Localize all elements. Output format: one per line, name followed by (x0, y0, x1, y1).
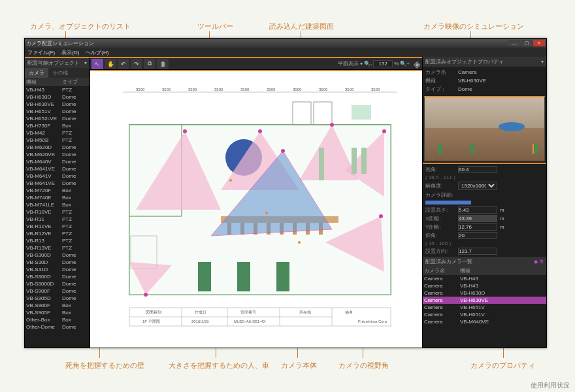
resolution-select[interactable]: 1920x1080 (458, 182, 497, 190)
tool-delete[interactable]: 🗑 (157, 59, 169, 69)
list-item[interactable]: VB-H651VDome (25, 108, 90, 115)
menu-file[interactable]: ファイル(F) (27, 49, 55, 56)
tool-redo[interactable]: ↷ (131, 59, 142, 69)
svg-rect-51 (361, 148, 367, 174)
col-model: 機種 (26, 78, 62, 86)
list-item[interactable]: VB-M740EBox (25, 194, 90, 201)
svg-text:3500: 3500 (188, 88, 197, 91)
list-item[interactable]: VB-S905FBox (25, 309, 90, 316)
minimize-button[interactable]: — (508, 40, 520, 46)
table-row[interactable]: CameraVB-M640VE (423, 318, 546, 325)
svg-point-44 (379, 214, 383, 218)
svg-point-41 (258, 129, 262, 133)
tool-pan[interactable]: ✋ (105, 59, 116, 69)
zoom-in-icon[interactable]: 🔍+ (400, 61, 410, 67)
placed-camera-list[interactable]: CameraVB-H43CameraVB-H43CameraVB-H630DCa… (423, 275, 546, 348)
list-item[interactable]: VB-S31DDome (25, 266, 90, 273)
list-item[interactable]: VB-S800DDome (25, 273, 90, 280)
svg-point-45 (144, 293, 148, 297)
height-input[interactable] (458, 206, 497, 214)
svg-text:3500: 3500 (162, 88, 171, 91)
svg-text:3500: 3500 (345, 88, 354, 91)
list-item[interactable]: VB-M620DDome (25, 144, 90, 151)
list-item[interactable]: VB-S905DDome (25, 295, 90, 302)
menu-help[interactable]: ヘルプ(H) (86, 49, 108, 56)
list-item[interactable]: VB-H730FBox (25, 122, 90, 129)
table-row[interactable]: CameraVB-H651V (423, 304, 546, 311)
list-item[interactable]: VB-R10VEPTZ (25, 208, 90, 216)
view-cube-icon[interactable]: ◈ (414, 59, 421, 69)
svg-rect-49 (319, 148, 324, 180)
camera-model-list[interactable]: VB-H43PTZVB-H630DDomeVB-H630VEDomeVB-H65… (25, 86, 90, 348)
list-item[interactable]: VB-S900FDome (25, 287, 90, 295)
app-window: カメラ配置シミュレーション — ▢ ✕ ファイル(F) 表示(D) ヘルプ(H)… (24, 38, 547, 348)
list-item[interactable]: VB-H652LVEDome (25, 115, 90, 122)
svg-text:所在地: 所在地 (299, 310, 311, 314)
list-item[interactable]: VB-R11VEPTZ (25, 223, 90, 230)
table-row[interactable]: CameraVB-H630D (423, 289, 546, 297)
svg-text:図面種別: 図面種別 (146, 310, 161, 314)
menu-display[interactable]: 表示(D) (61, 49, 79, 56)
tool-copy[interactable]: ⧉ (144, 59, 156, 69)
callout-drawing: 読み込んだ建築図面 (269, 22, 334, 31)
list-item[interactable]: VB-M641VDome (25, 172, 90, 180)
tool-undo[interactable]: ↶ (118, 59, 129, 69)
zoom-input[interactable] (373, 60, 393, 67)
table-row[interactable]: CameraVB-H43 (423, 282, 546, 289)
svg-text:3500: 3500 (214, 88, 223, 91)
list-item[interactable]: VB-R12VEPTZ (25, 230, 90, 237)
close-button[interactable]: ✕ (533, 40, 545, 46)
right-properties-panel: 配置済みオブジェクトプロパティ▾ カメラ名Camera 機種VB-H630VE … (422, 57, 546, 348)
table-row[interactable]: CameraVB-H43 (423, 275, 546, 282)
list-item[interactable]: VB-R11PTZ (25, 216, 90, 223)
xdist-input[interactable] (458, 215, 497, 222)
table-row[interactable]: CameraVB-H651V (423, 311, 546, 318)
list-item[interactable]: VB-S300DDome (25, 252, 90, 259)
titlebar[interactable]: カメラ配置シミュレーション — ▢ ✕ (25, 39, 546, 48)
list-item[interactable]: VB-M720FBox (25, 187, 90, 194)
list-item[interactable]: VB-S8000DDome (25, 280, 90, 287)
svg-rect-30 (237, 262, 250, 291)
list-item[interactable]: VB-S900FBox (25, 302, 90, 309)
tilt-input[interactable] (458, 232, 497, 239)
callout-fov: カメラの視野角 (338, 361, 389, 370)
list-item[interactable]: VB-H630DDome (25, 93, 90, 101)
list-item[interactable]: VB-M640VDome (25, 158, 90, 165)
drawing-canvas[interactable]: 3500350035003500350035003500350035003500 (90, 70, 422, 348)
collapse-icon[interactable]: ▾ (84, 60, 87, 66)
list-item[interactable]: VB-M620VEDome (25, 151, 90, 158)
callout-props: カメラのプロパティ (470, 361, 535, 370)
list-item[interactable]: VB-M641VEDome (25, 180, 90, 187)
list-item[interactable]: VB-M741LEBox (25, 201, 90, 208)
svg-point-46 (265, 212, 268, 214)
list-item[interactable]: VB-M50BPTZ (25, 137, 90, 144)
maximize-button[interactable]: ▢ (521, 40, 533, 46)
tab-other[interactable]: その他 (48, 68, 72, 78)
svg-text:管理番号: 管理番号 (240, 310, 256, 314)
svg-rect-16 (293, 102, 311, 125)
svg-text:1F 平面図: 1F 平面図 (142, 319, 160, 323)
object-list-panel: 配置可能オブジェクト▾ カメラ その他 機種 タイプ VB-H43PTZVB-H… (25, 57, 90, 348)
view-mode-label[interactable]: 平面表示 (338, 60, 359, 67)
ydist-input[interactable] (458, 223, 497, 231)
tool-pointer[interactable]: ↖ (91, 59, 103, 69)
list-item[interactable]: VB-H630VEDome (25, 101, 90, 108)
camera-simulation-view[interactable] (424, 96, 545, 161)
list-item[interactable]: VB-M42PTZ (25, 129, 90, 137)
list-item[interactable]: VB-H43PTZ (25, 86, 90, 93)
svg-text:2016/1/26: 2016/1/26 (191, 319, 209, 323)
tab-camera[interactable]: カメラ (25, 68, 48, 78)
zoom-out-icon[interactable]: 🔍- (364, 61, 372, 67)
list-item[interactable]: VB-S30DDome (25, 259, 90, 266)
svg-point-47 (298, 241, 301, 244)
list-item[interactable]: VB-R13VEPTZ (25, 244, 90, 252)
fov-input[interactable] (458, 166, 497, 173)
table-row[interactable]: CameraVB-H630VE (423, 297, 546, 304)
list-item[interactable]: VB-M641VEDome (25, 165, 90, 172)
svg-point-40 (183, 129, 187, 133)
list-item[interactable]: VB-R13PTZ (25, 237, 90, 244)
list-item[interactable]: Other-BoxBox (25, 316, 90, 323)
direction-input[interactable] (458, 248, 497, 255)
list-item[interactable]: Other-DomeDome (25, 323, 90, 331)
svg-rect-17 (314, 102, 332, 125)
